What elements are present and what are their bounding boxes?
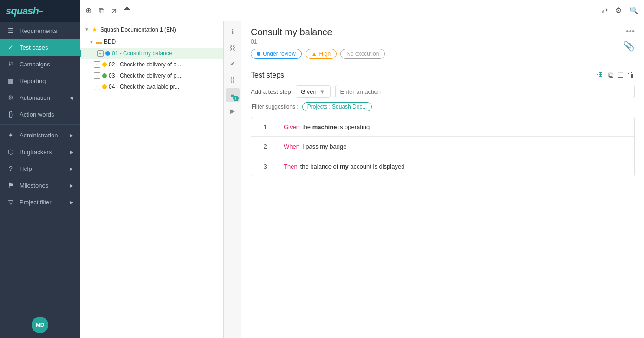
badge-status[interactable]: Under review — [251, 49, 302, 59]
side-tab-braces[interactable]: {} — [226, 72, 240, 86]
action-input[interactable] — [335, 85, 635, 98]
sidebar-item-automation[interactable]: ⚙ Automation ◀ — [0, 89, 80, 106]
test-steps-title: Test steps — [251, 71, 284, 79]
tree-panel: ▼ ★ Squash Documentation 1 (EN) ▼ ▬ BDD … — [80, 21, 224, 338]
campaigns-icon: ⚐ — [7, 60, 15, 68]
step-text-2: I pass my badge — [302, 143, 346, 150]
more-icon[interactable]: ••• — [626, 27, 635, 37]
steps-table: 1 Given the machine is operating 2 When … — [251, 117, 635, 176]
main-toolbar: ⊕ ⧉ ⧄ 🗑 ⇄ ⚙ 🔍 — [80, 0, 644, 21]
eye-icon[interactable]: 👁 — [597, 71, 605, 79]
sidebar-item-bugtrackers[interactable]: ⬡ Bugtrackers ▶ — [0, 143, 80, 160]
sidebar-item-administration[interactable]: ✦ Administration ▶ — [0, 127, 80, 143]
step-text-1: the machine is operating — [302, 124, 370, 130]
test-cases-icon: ✓ — [7, 44, 15, 51]
sidebar-item-requirements-label: Requirements — [20, 27, 57, 34]
badge-execution[interactable]: No execution — [340, 49, 385, 59]
milestones-arrow: ▶ — [70, 183, 73, 188]
step-row-1[interactable]: 1 Given the machine is operating — [251, 117, 634, 137]
copy-icon[interactable]: ⧉ — [608, 71, 613, 79]
sidebar-item-help[interactable]: ? Help ▶ — [0, 160, 80, 177]
clip-icon[interactable]: 📎 — [623, 40, 635, 52]
sidebar-item-action-words[interactable]: {} Action words — [0, 106, 80, 123]
case-03-expand: − — [94, 72, 100, 79]
side-tab-info[interactable]: ℹ — [226, 25, 240, 39]
case-04-status-dot — [102, 84, 107, 89]
tree-case-03[interactable]: − 03 - Check the delivery of p... — [80, 70, 223, 81]
case-02-label: 02 - Check the delivery of a... — [109, 61, 181, 68]
tree-case-01[interactable]: − 01 - Consult my balance — [80, 48, 223, 59]
side-tab-link[interactable]: ⛓ — [226, 41, 240, 55]
step-row-3[interactable]: 3 Then the balance of my account is disp… — [251, 156, 634, 176]
step-content-3: Then the balance of my account is displa… — [279, 159, 634, 174]
step-row-2[interactable]: 2 When I pass my badge — [251, 137, 634, 156]
add-step-row: Add a test step Given ▼ — [251, 85, 635, 98]
tree-case-02[interactable]: − 02 - Check the delivery of a... — [80, 59, 223, 70]
sidebar-item-project-filter[interactable]: ▽ Project filter ▶ — [0, 194, 80, 210]
settings-icon[interactable]: ⚙ — [615, 6, 622, 15]
side-tab-check[interactable]: ✔ — [226, 57, 240, 71]
project-filter-icon: ▽ — [7, 198, 15, 206]
administration-arrow: ▶ — [70, 133, 73, 138]
detail-panel: Consult my balance 01 Under review ▲ Hig… — [241, 21, 644, 338]
filter-chip[interactable]: Projects : Squash Doc... — [302, 102, 372, 111]
delete-step-icon[interactable]: 🗑 — [627, 71, 635, 79]
side-tab-steps[interactable]: ≡ 3 — [226, 88, 240, 102]
project-star-icon: ★ — [92, 26, 98, 33]
project-label: Squash Documentation 1 (EN) — [100, 26, 176, 33]
sidebar-item-reporting[interactable]: ▦ Reporting — [0, 72, 80, 89]
search-icon[interactable]: 🔍 — [629, 6, 638, 15]
duplicate-icon[interactable]: ⧉ — [99, 6, 104, 15]
play-icon: ▶ — [230, 107, 235, 115]
sync-icon[interactable]: ⇄ — [602, 6, 608, 15]
user-initials: MD — [36, 322, 45, 328]
sidebar-item-campaigns-label: Campaigns — [20, 61, 50, 68]
badge-priority[interactable]: ▲ High — [306, 49, 337, 59]
sidebar-item-action-words-label: Action words — [20, 111, 54, 118]
sidebar-item-automation-label: Automation — [20, 94, 50, 101]
tree-project[interactable]: ▼ ★ Squash Documentation 1 (EN) — [80, 23, 223, 36]
sidebar-item-test-cases[interactable]: ✓ Test cases — [0, 39, 80, 56]
add-step-label: Add a test step — [251, 88, 291, 95]
case-03-label: 03 - Check the delivery of p... — [109, 72, 181, 79]
requirements-icon: ☰ — [7, 27, 15, 34]
help-icon: ? — [7, 165, 15, 172]
step-keyword-1: Given — [284, 124, 299, 130]
sidebar-item-campaigns[interactable]: ⚐ Campaigns — [0, 56, 80, 72]
tree-folder-bdd[interactable]: ▼ ▬ BDD — [80, 36, 223, 48]
automation-icon: ⚙ — [7, 94, 15, 101]
paste-icon[interactable]: ⧄ — [111, 6, 116, 15]
paste-step-icon[interactable]: ☐ — [617, 71, 624, 79]
braces-icon: {} — [230, 76, 234, 83]
project-filter-arrow: ▶ — [70, 200, 73, 205]
tree-case-04[interactable]: − 04 - Check the available pr... — [80, 81, 223, 92]
delete-icon[interactable]: 🗑 — [124, 6, 131, 15]
steps-toolbar: 👁 ⧉ ☐ 🗑 — [597, 71, 635, 79]
test-steps-area: Test steps 👁 ⧉ ☐ 🗑 Add a test step Given… — [241, 63, 644, 338]
info-icon: ℹ — [231, 28, 234, 36]
detail-title: Consult my balance — [251, 27, 385, 38]
user-avatar[interactable]: MD — [32, 317, 48, 333]
side-tab-play[interactable]: ▶ — [226, 104, 240, 118]
sidebar-item-milestones[interactable]: ⚑ Milestones ▶ — [0, 177, 80, 194]
link-icon: ⛓ — [229, 44, 236, 52]
case-04-expand: − — [94, 84, 100, 90]
selected-indicator — [80, 50, 81, 57]
detail-id: 01 — [251, 39, 385, 45]
step-content-2: When I pass my badge — [279, 139, 634, 154]
filter-suggestions-label: Filter suggestions : — [252, 104, 299, 110]
sidebar-item-requirements[interactable]: ☰ Requirements — [0, 22, 80, 39]
case-02-status-dot — [102, 62, 107, 67]
sidebar-item-test-cases-label: Test cases — [20, 44, 48, 51]
step-num-3: 3 — [251, 163, 279, 170]
sidebar-item-administration-label: Administration — [20, 132, 58, 139]
case-04-label: 04 - Check the available pr... — [109, 84, 179, 90]
case-01-expand: − — [97, 50, 104, 57]
logo-area: squash~ — [0, 0, 80, 22]
sidebar-item-bugtrackers-label: Bugtrackers — [20, 149, 52, 156]
filter-row: Filter suggestions : Projects : Squash D… — [251, 102, 635, 111]
step-type-select[interactable]: Given ▼ — [296, 85, 331, 98]
add-icon[interactable]: ⊕ — [85, 6, 91, 15]
tree-content: ▼ ★ Squash Documentation 1 (EN) ▼ ▬ BDD … — [80, 21, 223, 338]
sidebar: squash~ ☰ Requirements ✓ Test cases ⚐ Ca… — [0, 0, 80, 338]
